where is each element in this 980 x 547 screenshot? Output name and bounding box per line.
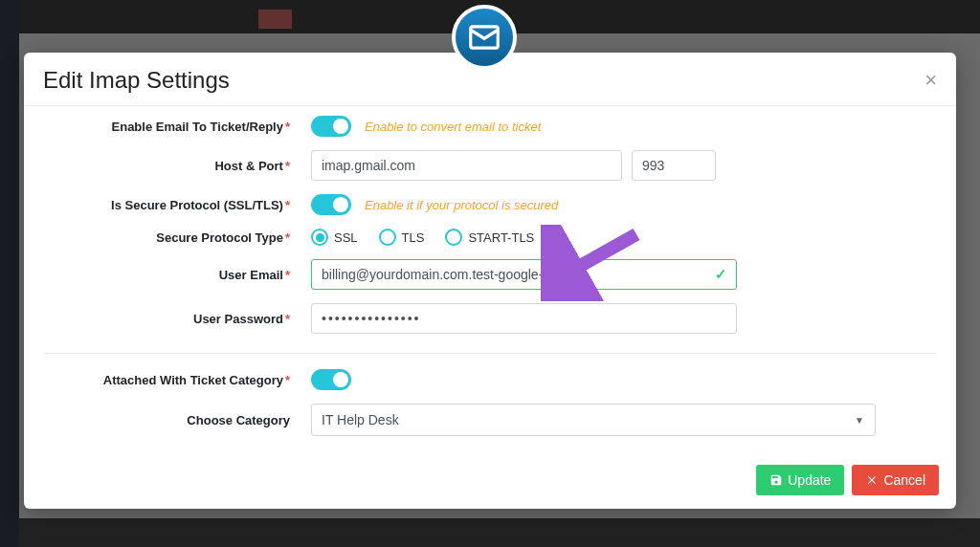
cancel-button[interactable]: Cancel (852, 465, 939, 495)
port-input[interactable] (632, 150, 716, 181)
modal-body: Enable Email To Ticket/Reply* Enable to … (24, 106, 956, 453)
attached-category-toggle[interactable] (311, 369, 351, 390)
save-icon (769, 473, 783, 487)
user-email-row: User Email* ✓ (43, 259, 937, 290)
radio-ssl[interactable]: SSL (311, 229, 358, 246)
check-icon: ✓ (715, 266, 727, 283)
host-port-row: Host & Port* (43, 150, 937, 181)
user-password-label: User Password* (43, 312, 311, 326)
protocol-type-row: Secure Protocol Type* SSL TLS START-TLS (43, 229, 937, 246)
close-icon (865, 473, 879, 487)
protocol-type-label: Secure Protocol Type* (43, 230, 311, 245)
secure-protocol-hint: Enable it if your protocol is secured (365, 198, 558, 212)
enable-email-hint: Enable to convert email to ticket (365, 120, 541, 134)
radio-circle-icon (445, 229, 462, 246)
user-email-input[interactable] (311, 259, 737, 290)
envelope-badge (452, 5, 517, 70)
category-select[interactable]: IT Help Desk ▼ (311, 404, 876, 436)
radio-circle-icon (379, 229, 396, 246)
radio-circle-icon (311, 229, 328, 246)
user-email-label: User Email* (43, 268, 311, 282)
secure-protocol-toggle[interactable] (311, 194, 351, 215)
radio-start-tls[interactable]: START-TLS (445, 229, 534, 246)
enable-email-label: Enable Email To Ticket/Reply* (43, 120, 311, 134)
envelope-icon (466, 19, 502, 55)
divider (43, 353, 937, 354)
close-button[interactable]: × (924, 70, 937, 91)
secure-protocol-row: Is Secure Protocol (SSL/TLS)* Enable it … (43, 194, 937, 215)
enable-email-row: Enable Email To Ticket/Reply* Enable to … (43, 116, 937, 137)
category-label: Choose Category (43, 413, 311, 427)
chevron-down-icon: ▼ (855, 415, 864, 426)
host-port-label: Host & Port* (43, 159, 311, 173)
attached-category-label: Attached With Ticket Category* (43, 373, 311, 387)
modal-title: Edit Imap Settings (43, 67, 230, 94)
attached-category-row: Attached With Ticket Category* (43, 369, 937, 390)
edit-imap-settings-modal: Edit Imap Settings × Enable Email To Tic… (24, 53, 956, 509)
host-input[interactable] (311, 150, 622, 181)
radio-tls[interactable]: TLS (379, 229, 425, 246)
modal-footer: Update Cancel (24, 453, 956, 509)
update-button[interactable]: Update (756, 465, 844, 495)
user-password-input[interactable] (311, 303, 737, 334)
enable-email-toggle[interactable] (311, 116, 351, 137)
category-row: Choose Category IT Help Desk ▼ (43, 404, 937, 436)
user-password-row: User Password* (43, 303, 937, 334)
secure-protocol-label: Is Secure Protocol (SSL/TLS)* (43, 198, 311, 212)
